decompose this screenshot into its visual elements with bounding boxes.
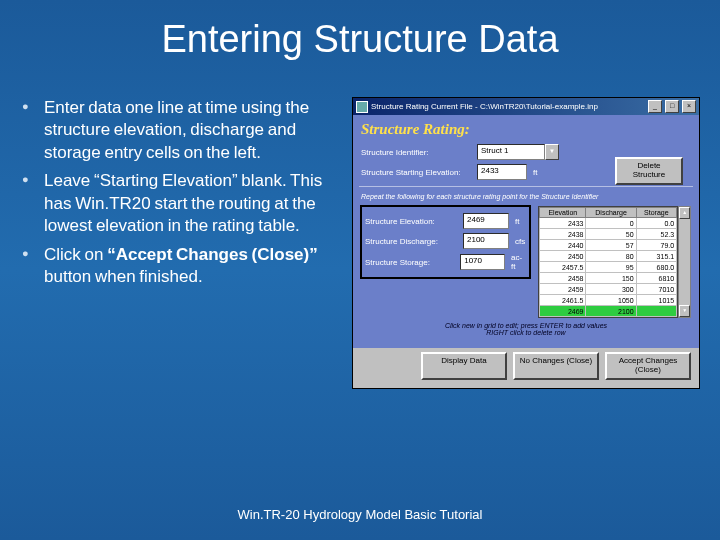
store-unit: ac-ft	[511, 253, 526, 271]
table-row: 24405779.0	[540, 240, 677, 251]
no-changes-button[interactable]: No Changes (Close)	[513, 352, 599, 380]
minimize-icon[interactable]: _	[648, 100, 662, 113]
elev-unit: ft	[515, 217, 519, 226]
disch-label: Structure Discharge:	[365, 237, 457, 246]
start-elev-input[interactable]: 2433	[477, 164, 527, 180]
close-icon[interactable]: ×	[682, 100, 696, 113]
rating-table[interactable]: Elevation Discharge Storage 243300.0 243…	[538, 206, 691, 318]
table-row: 24593007010	[540, 284, 677, 295]
slide-content: Enter data one line at time using the st…	[0, 69, 720, 389]
delete-structure-button[interactable]: Delete Structure	[615, 157, 683, 185]
table-row: 2457.595680.0	[540, 262, 677, 273]
elev-label: Structure Elevation:	[365, 217, 457, 226]
accept-changes-button[interactable]: Accept Changes (Close)	[605, 352, 691, 380]
slide-footer: Win.TR-20 Hydrology Model Basic Tutorial	[0, 507, 720, 522]
scroll-up-icon[interactable]: ▲	[679, 207, 690, 219]
app-icon	[356, 101, 368, 113]
start-elev-unit: ft	[533, 168, 537, 177]
id-label: Structure Identifier:	[361, 148, 471, 157]
id-combo[interactable]: Struct 1	[477, 144, 545, 160]
bullet-2: Leave “Starting Elevation” blank. This h…	[40, 170, 340, 237]
elev-input[interactable]: 2469	[463, 213, 509, 229]
disch-input[interactable]: 2100	[463, 233, 509, 249]
table-row: 243300.0	[540, 218, 677, 229]
table-row-highlight: 24692100	[540, 306, 677, 317]
table-row: 24581506810	[540, 273, 677, 284]
start-elev-label: Structure Starting Elevation:	[361, 168, 471, 177]
window-titlebar: Structure Rating Current File - C:\WinTR…	[353, 98, 699, 115]
table-row: 245080315.1	[540, 251, 677, 262]
scroll-down-icon[interactable]: ▼	[679, 305, 690, 317]
grid-hint: Click new in grid to edit; press ENTER t…	[361, 322, 691, 336]
table-row: 2461.510501015	[540, 295, 677, 306]
table-row: 24385052.3	[540, 229, 677, 240]
col-storage: Storage	[636, 208, 677, 218]
col-discharge: Discharge	[586, 208, 636, 218]
store-input[interactable]: 1070	[460, 254, 505, 270]
bullet-1: Enter data one line at time using the st…	[40, 97, 340, 164]
disch-unit: cfs	[515, 237, 525, 246]
repeat-instruction: Repeat the following for each structure …	[361, 193, 691, 200]
store-label: Structure Storage:	[365, 258, 454, 267]
slide-title: Entering Structure Data	[0, 0, 720, 69]
screenshot-window: Structure Rating Current File - C:\WinTR…	[352, 97, 700, 389]
maximize-icon[interactable]: □	[665, 100, 679, 113]
bullet-list: Enter data one line at time using the st…	[20, 97, 340, 389]
col-elevation: Elevation	[540, 208, 586, 218]
bullet-3: Click on “Accept Changes (Close)” button…	[40, 244, 340, 289]
window-title-text: Structure Rating Current File - C:\WinTR…	[371, 102, 598, 111]
bold-accept: “Accept Changes (Close)”	[107, 245, 318, 264]
scrollbar[interactable]: ▲ ▼	[678, 206, 691, 318]
form-heading: Structure Rating:	[361, 121, 691, 138]
display-data-button[interactable]: Display Data	[421, 352, 507, 380]
chevron-down-icon[interactable]: ▼	[545, 144, 559, 160]
